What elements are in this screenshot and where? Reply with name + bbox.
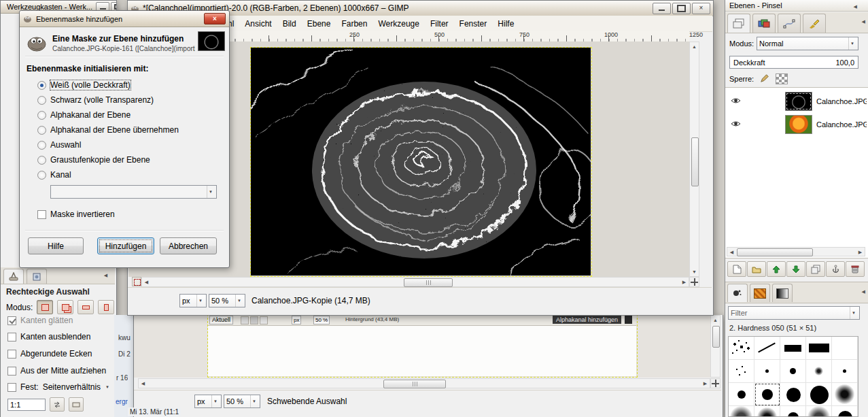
second-hscrollbar[interactable]: ◀ ▶ [138, 378, 710, 388]
radio-black[interactable] [37, 96, 46, 105]
dock-titlebar[interactable]: Ebenen - Pinsel ◀ [725, 0, 868, 12]
tab-tool-options[interactable] [3, 269, 24, 284]
brush-item[interactable] [832, 360, 858, 383]
tab-scroll-left-icon[interactable]: ◀ [862, 19, 865, 24]
mode-replace-button[interactable] [37, 300, 53, 314]
pan-view-button[interactable] [710, 378, 721, 388]
radio-grayscale-copy[interactable] [37, 156, 46, 165]
radio-channel[interactable] [37, 171, 46, 180]
radio-transfer-alpha[interactable] [37, 126, 46, 135]
raise-layer-button[interactable] [767, 261, 786, 277]
option-transfer-alpha[interactable]: Alphakanal der Ebene übernehmen [37, 125, 179, 135]
minimize-button[interactable] [653, 3, 671, 14]
brush-item[interactable] [806, 360, 832, 383]
brush-item[interactable] [832, 406, 858, 417]
unit-combo[interactable]: px ▼ [179, 294, 207, 307]
scroll-left-icon[interactable]: ◀ [142, 278, 151, 286]
brush-item[interactable] [729, 383, 754, 406]
duplicate-layer-button[interactable] [806, 261, 825, 277]
main-vscrollbar[interactable]: ▲ ▼ [689, 41, 699, 277]
visibility-toggle[interactable] [731, 97, 741, 105]
ratio-swap-button[interactable] [50, 397, 65, 412]
brush-item[interactable] [754, 337, 780, 360]
second-vscroll-thumb[interactable] [712, 326, 720, 348]
brush-item[interactable] [754, 406, 780, 417]
tab-brushes-list[interactable] [727, 284, 748, 302]
tab-layers[interactable] [727, 14, 750, 33]
menu-ansicht[interactable]: Ansicht [239, 17, 277, 31]
expand-from-center-option[interactable]: Aus der Mitte aufziehen [7, 366, 106, 376]
maximize-button[interactable] [672, 3, 691, 14]
dock-collapse-icon[interactable]: ◀ [854, 1, 857, 12]
lock-pixels-button[interactable] [758, 72, 771, 84]
brush-item[interactable] [754, 360, 780, 383]
invert-mask-option[interactable]: Maske invertieren [37, 210, 115, 219]
image-canvas[interactable] [251, 48, 591, 276]
delete-layer-button[interactable] [846, 261, 865, 277]
cancel-button[interactable]: Abbrechen [160, 237, 217, 254]
floating-selection-content[interactable]: Aktuell px 50 % Hintergrund (43,4 MB) Al… [208, 315, 636, 376]
layer-name[interactable]: Calanchoe.JPG [816, 120, 867, 129]
fragment-link-text[interactable]: ergr [116, 398, 128, 405]
scroll-right-icon[interactable]: ▶ [680, 278, 689, 286]
tab-gradients[interactable] [772, 284, 793, 302]
tab-paths[interactable] [778, 14, 801, 33]
brush-filter-combo[interactable]: Filter ▼ [728, 306, 860, 320]
brush-item[interactable] [806, 406, 832, 417]
expand-from-center-checkbox[interactable] [7, 367, 16, 376]
scroll-right-icon[interactable]: ▶ [856, 248, 865, 256]
brush-item[interactable] [832, 337, 858, 360]
opacity-slider[interactable]: Deckkraft 100,0 [729, 56, 858, 69]
layer-list-hscroll-thumb[interactable] [737, 248, 813, 256]
pan-view-button[interactable] [689, 277, 699, 287]
layer-name[interactable]: Calanchoe.JPG-K [816, 97, 867, 105]
menu-hilfe[interactable]: Hilfe [492, 17, 519, 31]
brush-item[interactable] [729, 406, 754, 417]
option-alpha[interactable]: Alphakanal der Ebene [37, 110, 131, 120]
menu-bild[interactable]: Bild [277, 17, 302, 31]
tab-device-status[interactable] [27, 269, 47, 284]
mode-subtract-button[interactable] [77, 300, 94, 314]
new-group-button[interactable] [747, 261, 766, 277]
brush-item[interactable] [806, 337, 832, 360]
radio-alpha[interactable] [37, 111, 46, 120]
layer-row-copy[interactable]: Calanchoe.JPG-K [725, 90, 868, 112]
mode-intersect-button[interactable] [98, 300, 114, 314]
mode-add-button[interactable] [57, 300, 73, 314]
ratio-orientation-button[interactable] [69, 397, 84, 412]
tab-brushes[interactable] [803, 14, 826, 33]
fixed-option[interactable]: Fest: Seitenverhältnis ▼ [7, 382, 109, 392]
brush-item[interactable] [780, 406, 806, 417]
brush-item[interactable] [780, 337, 806, 360]
scroll-down-icon[interactable]: ▼ [690, 267, 699, 276]
fixed-checkbox[interactable] [7, 383, 16, 392]
brush-item[interactable] [729, 337, 754, 360]
scroll-up-icon[interactable]: ▲ [711, 316, 720, 324]
brush-item[interactable] [832, 383, 858, 406]
menu-fenster[interactable]: Fenster [454, 17, 493, 31]
invert-mask-checkbox[interactable] [37, 210, 46, 219]
visibility-toggle[interactable] [731, 120, 741, 128]
tab-scroll-left-icon[interactable]: ◀ [862, 289, 865, 295]
layer-thumbnail[interactable] [785, 92, 812, 111]
fixed-option-value[interactable]: Seitenverhältnis [43, 382, 101, 392]
lower-layer-button[interactable] [786, 261, 805, 277]
scroll-up-icon[interactable]: ▲ [690, 42, 699, 51]
layer-row-original[interactable]: Calanchoe.JPG [725, 114, 868, 135]
brush-item[interactable] [806, 383, 832, 406]
scroll-left-icon[interactable]: ◀ [139, 379, 147, 388]
brush-item[interactable] [780, 383, 806, 406]
tab-scroll-left-button[interactable]: ◀ [101, 271, 110, 280]
option-grayscale-copy[interactable]: Graustufenkopie der Ebene [37, 155, 150, 165]
scroll-left-icon[interactable]: ◀ [727, 248, 736, 256]
tab-patterns[interactable] [750, 284, 770, 302]
main-vscroll-thumb[interactable] [691, 137, 699, 186]
second-vscrollbar[interactable]: ▲ [710, 315, 721, 378]
ratio-input[interactable] [7, 399, 46, 411]
brush-item[interactable] [780, 360, 806, 383]
main-hscrollbar[interactable]: ◀ ▶ [141, 277, 689, 287]
option-selection[interactable]: Auswahl [37, 140, 81, 150]
layer-thumbnail[interactable] [785, 115, 812, 134]
scroll-right-icon[interactable]: ▶ [701, 379, 710, 388]
menu-ebene[interactable]: Ebene [302, 17, 336, 31]
